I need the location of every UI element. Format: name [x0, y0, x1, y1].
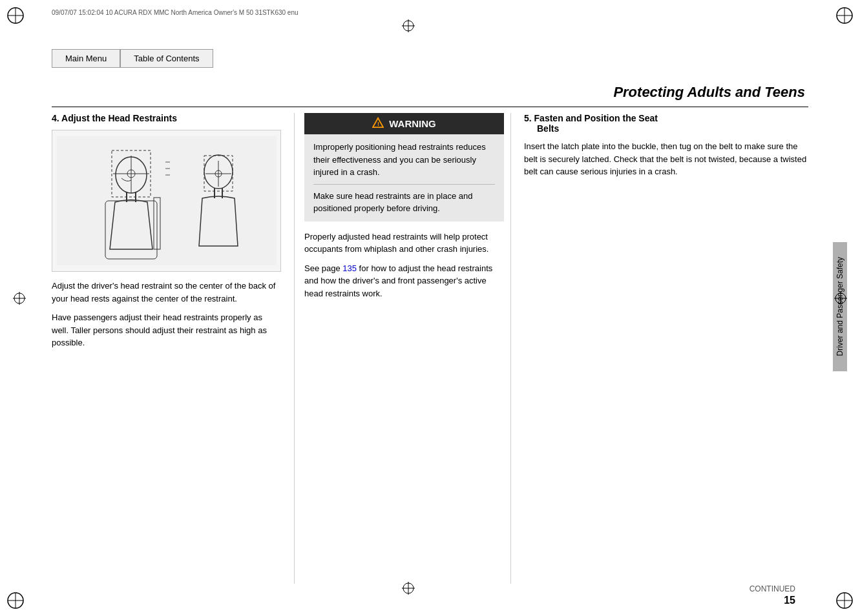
header-meta: 09/07/07 15:02:04 10 ACURA RDX MMC North…: [52, 9, 299, 16]
page-link-135[interactable]: 135: [342, 263, 357, 273]
warning-separator: [313, 184, 495, 185]
page-number: 15: [750, 595, 795, 606]
left-mid-separator: [294, 113, 295, 584]
left-body-text-1: Adjust the driver's head restraint so th…: [52, 280, 281, 305]
top-header: 09/07/07 15:02:04 10 ACURA RDX MMC North…: [0, 0, 860, 84]
crosshair-right-mid: [833, 291, 848, 308]
warning-para-1: Improperly positioning head restraints r…: [313, 141, 495, 179]
page-title: Protecting Adults and Teens: [613, 84, 805, 101]
continued-text: CONTINUED: [750, 584, 795, 593]
warning-body: Improperly positioning head restraints r…: [304, 134, 504, 221]
warning-triangle-icon: !: [372, 117, 384, 130]
right-column: 5. Fasten and Position the Seat Belts In…: [511, 113, 808, 584]
svg-rect-28: [105, 201, 157, 259]
warning-label: WARNING: [389, 118, 436, 129]
svg-text:!: !: [377, 121, 379, 127]
mid-body-pre: See page: [304, 263, 342, 273]
main-content: 4. Adjust the Head Restraints: [52, 113, 808, 584]
main-menu-button[interactable]: Main Menu: [52, 49, 120, 68]
crosshair-left-mid: [12, 291, 27, 308]
mid-body-text-2: See page 135 for how to adjust the head …: [304, 262, 504, 300]
warning-box: ! WARNING Improperly positioning head re…: [304, 113, 504, 221]
corner-decoration-br: [834, 590, 855, 611]
crosshair-top-center: [401, 18, 416, 36]
warning-header: ! WARNING: [304, 113, 504, 134]
left-column: 4. Adjust the Head Restraints: [52, 113, 291, 584]
right-body-text: Insert the latch plate into the buckle, …: [524, 140, 808, 178]
mid-body-text-1: Properly adjusted head restraints will h…: [304, 231, 504, 256]
footer: CONTINUED 15: [52, 584, 808, 606]
warning-para-2: Make sure head restraints are in place a…: [313, 190, 495, 215]
head-restraint-illustration: [52, 130, 281, 272]
section-5-heading: 5. Fasten and Position the Seat Belts: [524, 113, 808, 134]
corner-decoration-bl: [5, 590, 26, 611]
title-rule: [52, 107, 808, 107]
section-4-heading: 4. Adjust the Head Restraints: [52, 113, 281, 123]
nav-buttons: Main Menu Table of Contents: [52, 49, 213, 68]
table-of-contents-button[interactable]: Table of Contents: [120, 49, 213, 68]
left-body-text-2: Have passengers adjust their head restra…: [52, 311, 281, 349]
middle-column: ! WARNING Improperly positioning head re…: [298, 113, 511, 584]
